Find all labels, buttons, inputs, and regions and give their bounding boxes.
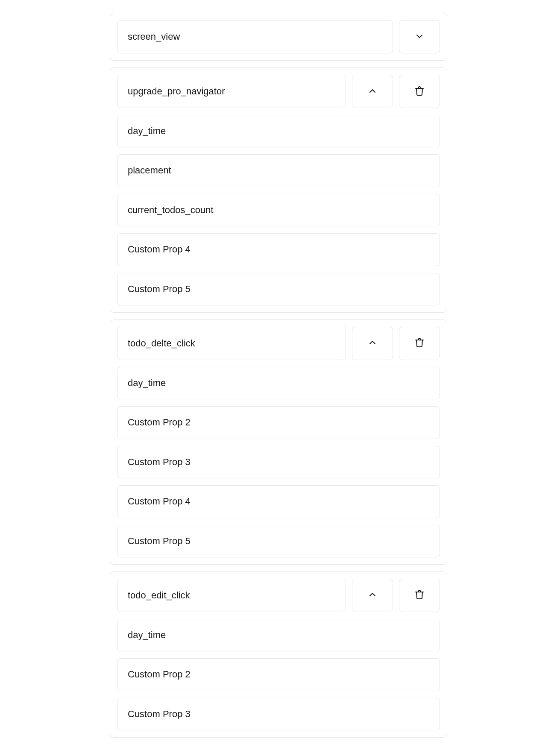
event-name-input[interactable] [117, 20, 393, 53]
property-row[interactable]: day_time [117, 619, 440, 651]
event-header-row [117, 20, 440, 53]
chevron-up-icon [367, 337, 378, 349]
delete-button[interactable] [399, 75, 440, 108]
delete-button[interactable] [399, 327, 440, 360]
event-header-row [117, 327, 440, 360]
event-header-row [117, 579, 440, 612]
delete-button[interactable] [399, 579, 440, 612]
property-row[interactable]: Custom Prop 2 [117, 658, 440, 691]
property-row[interactable]: Custom Prop 4 [117, 485, 440, 518]
chevron-up-icon [367, 86, 378, 97]
trash-icon [414, 337, 425, 349]
property-row[interactable]: Custom Prop 3 [117, 698, 440, 730]
trash-icon [414, 86, 425, 97]
event-card: day_timeplacementcurrent_todos_countCust… [110, 67, 447, 313]
property-row[interactable]: Custom Prop 5 [117, 525, 440, 557]
chevron-down-icon [414, 31, 425, 43]
event-name-input[interactable] [117, 75, 346, 108]
events-list: day_timeplacementcurrent_todos_countCust… [110, 13, 447, 738]
property-row[interactable]: day_time [117, 115, 440, 147]
property-row[interactable]: Custom Prop 3 [117, 446, 440, 478]
event-card: day_timeCustom Prop 2Custom Prop 3Custom… [110, 319, 447, 565]
property-row[interactable]: Custom Prop 4 [117, 233, 440, 266]
chevron-up-icon [367, 589, 378, 601]
trash-icon [414, 589, 425, 601]
property-row[interactable]: placement [117, 154, 440, 187]
event-header-row [117, 75, 440, 108]
collapse-button[interactable] [352, 75, 393, 108]
collapse-button[interactable] [352, 579, 393, 612]
property-row[interactable]: Custom Prop 5 [117, 273, 440, 305]
event-name-input[interactable] [117, 579, 346, 612]
collapse-button[interactable] [352, 327, 393, 360]
expand-button[interactable] [399, 20, 440, 53]
property-row[interactable]: Custom Prop 2 [117, 406, 440, 439]
event-card: day_timeCustom Prop 2Custom Prop 3 [110, 571, 447, 738]
event-card [110, 13, 447, 61]
property-row[interactable]: day_time [117, 367, 440, 399]
property-row[interactable]: current_todos_count [117, 194, 440, 226]
event-name-input[interactable] [117, 327, 346, 360]
